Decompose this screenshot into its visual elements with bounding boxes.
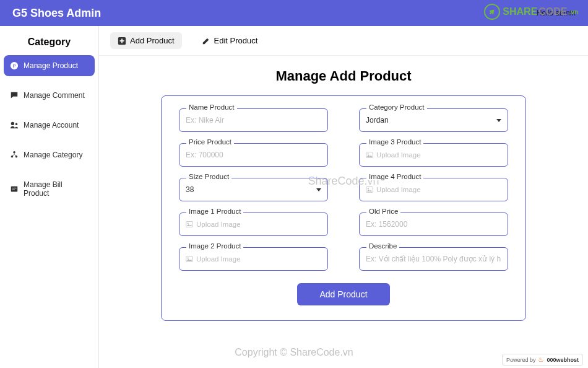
field-label: Size Product <box>186 173 231 180</box>
sidebar-item-label: Manage Category <box>24 151 82 159</box>
powered-prefix: Powered by <box>506 357 536 363</box>
sidebar-item-label: Manage Product <box>24 61 78 70</box>
tab-add-product[interactable]: Add Product <box>110 32 182 49</box>
field-image1-product: Image 1 Product Upload Image <box>179 212 328 236</box>
svg-point-20 <box>188 257 189 258</box>
tab-label: Edit Product <box>214 36 258 45</box>
tab-edit-product[interactable]: Edit Product <box>194 32 266 49</box>
image1-upload[interactable]: Upload Image <box>179 212 328 236</box>
field-label: Old Price <box>366 208 400 215</box>
describe-input[interactable] <box>366 255 501 263</box>
svg-rect-9 <box>12 190 15 190</box>
powered-host: 000webhost <box>547 357 579 363</box>
field-label: Describe <box>366 242 399 250</box>
svg-rect-12 <box>120 40 124 42</box>
category-product-select[interactable]: Jordan <box>366 116 493 125</box>
field-label: Image 1 Product <box>186 208 243 215</box>
sidebar-item-manage-account[interactable]: Manage Account <box>4 115 95 136</box>
sidebar-item-label: Manage Comment <box>24 91 85 100</box>
sidebar-heading: Category <box>0 29 98 55</box>
field-label: Price Product <box>186 138 234 146</box>
comment-icon <box>10 91 19 100</box>
field-label: Name Product <box>186 103 237 111</box>
field-name-product: Name Product <box>179 108 328 132</box>
field-image2-product: Image 2 Product Upload Image <box>179 247 328 271</box>
sidebar-items: P Manage Product Manage Comment Manage A… <box>0 55 98 204</box>
svg-point-18 <box>188 222 189 224</box>
sidebar-item-manage-product[interactable]: P Manage Product <box>4 55 95 76</box>
field-old-price: Old Price <box>359 212 508 236</box>
app-title: G5 Shoes Admin <box>12 7 101 20</box>
bill-icon <box>10 185 19 193</box>
svg-text:P: P <box>12 63 15 69</box>
edit-icon <box>202 37 210 45</box>
sidebar-item-label: Manage Account <box>24 121 79 129</box>
svg-point-3 <box>15 123 18 126</box>
sidebar-item-manage-bill[interactable]: Manage Bill Product <box>4 174 95 204</box>
form-grid: Name Product Category Product Jordan Pri… <box>179 108 508 271</box>
image3-upload[interactable]: Upload Image <box>359 143 508 167</box>
sidebar-item-manage-comment[interactable]: Manage Comment <box>4 85 95 106</box>
sidebar: Category P Manage Product Manage Comment… <box>0 26 99 368</box>
submit-row: Add Product <box>179 283 508 305</box>
plus-square-icon <box>118 37 126 45</box>
image2-upload[interactable]: Upload Image <box>179 247 328 271</box>
product-form-card: Name Product Category Product Jordan Pri… <box>161 95 526 321</box>
field-describe: Describe <box>359 247 508 271</box>
svg-rect-13 <box>366 152 373 158</box>
tabs: Add Product Edit Product <box>99 26 588 56</box>
field-size-product: Size Product 38 <box>179 178 328 201</box>
logo-vn: .vn <box>569 9 578 15</box>
field-label: Category Product <box>366 103 427 111</box>
svg-rect-7 <box>11 186 18 192</box>
category-icon <box>10 151 19 159</box>
image-icon <box>366 186 373 193</box>
old-price-input[interactable] <box>366 220 501 229</box>
field-image3-product: Image 3 Product Upload Image <box>359 143 508 167</box>
add-product-button[interactable]: Add Product <box>297 283 389 305</box>
price-product-input[interactable] <box>186 151 321 159</box>
name-product-input[interactable] <box>186 116 321 125</box>
product-icon: P <box>10 61 19 70</box>
image-icon <box>366 151 373 159</box>
sidebar-item-label: Manage Bill Product <box>24 180 89 198</box>
svg-point-16 <box>368 188 369 189</box>
field-label: Image 4 Product <box>366 173 423 180</box>
svg-rect-17 <box>186 222 193 227</box>
logo-code: CODE <box>538 6 567 17</box>
field-image4-product: Image 4 Product Upload Image <box>359 178 508 201</box>
svg-point-14 <box>368 153 369 154</box>
page-title: Manage Add Product <box>99 68 588 84</box>
flame-icon: ♨ <box>538 356 544 364</box>
tab-label: Add Product <box>130 36 175 45</box>
field-category-product: Category Product Jordan <box>359 108 508 132</box>
svg-rect-15 <box>366 187 373 193</box>
powered-by-badge[interactable]: Powered by ♨ 000webhost <box>502 354 583 366</box>
image-icon <box>186 221 193 228</box>
sharecode-logo: SHARECODE.vn <box>484 4 578 20</box>
account-icon <box>10 121 19 129</box>
field-label: Image 2 Product <box>186 242 243 250</box>
logo-share: SHARE <box>503 6 537 17</box>
svg-point-4 <box>13 151 15 154</box>
svg-rect-19 <box>186 256 193 262</box>
image-icon <box>186 255 193 263</box>
svg-rect-8 <box>12 188 17 188</box>
logo-circle-icon <box>484 4 500 20</box>
image4-upload[interactable]: Upload Image <box>359 178 508 201</box>
size-product-select[interactable]: 38 <box>186 185 313 194</box>
field-label: Image 3 Product <box>366 138 423 146</box>
main-content: Add Product Edit Product Manage Add Prod… <box>99 26 588 368</box>
sidebar-item-manage-category[interactable]: Manage Category <box>4 144 95 165</box>
svg-point-2 <box>11 122 14 125</box>
field-price-product: Price Product <box>179 143 328 167</box>
